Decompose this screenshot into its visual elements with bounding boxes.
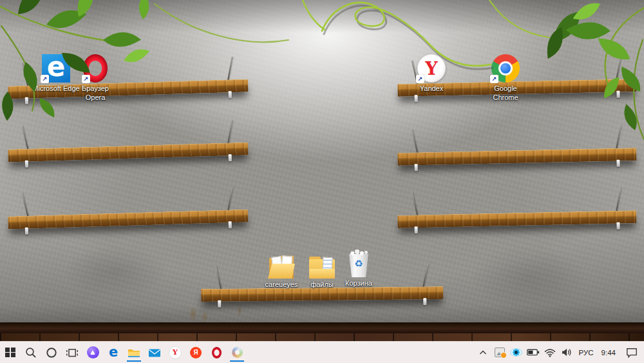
shortcut-arrow-icon: ↗ (490, 75, 498, 83)
opera-ring-icon (212, 347, 222, 358)
shelf-bracket (25, 97, 28, 104)
shelf-plank (397, 210, 636, 228)
system-tray: РУС 9:44 (477, 342, 644, 363)
notification-dot-icon (500, 352, 507, 358)
shelf-wire (227, 187, 233, 211)
desktop-icon-opera[interactable]: ↗ Браузер Opera (71, 52, 119, 103)
alisa-assistant-button[interactable] (82, 342, 103, 363)
shelf-wire (21, 126, 28, 149)
desktop-icon-yandex[interactable]: Y ↗ Yandex (408, 52, 455, 93)
shelf-plank (8, 209, 248, 229)
shelf-wire (21, 63, 28, 86)
shelf-bottom-left (7, 184, 249, 235)
action-center-button[interactable] (625, 342, 638, 363)
search-button[interactable] (21, 342, 41, 363)
shortcut-arrow-icon: ↗ (41, 75, 49, 83)
desktop-icon-label: Корзина (335, 279, 383, 288)
shelf-wire (616, 188, 621, 211)
google-chrome-icon: ↗ (491, 54, 520, 83)
search-icon (25, 347, 37, 358)
shelf-wire (21, 193, 28, 216)
eye-icon (510, 348, 522, 357)
opera-taskbar-button[interactable] (206, 342, 227, 363)
colorful-swirl-icon (231, 346, 244, 359)
yandex-letter: Y (425, 60, 437, 77)
shelf-wire (616, 56, 621, 80)
shelf-bracket (414, 226, 417, 233)
mail-button[interactable] (144, 342, 165, 363)
yandex-ya-icon: Я (190, 347, 202, 358)
battery-indicator[interactable] (527, 342, 540, 363)
shelf-wire (227, 57, 233, 81)
wifi-indicator[interactable] (544, 342, 556, 363)
yandex-app-button[interactable]: Я (185, 342, 206, 363)
tray-app-notification-button[interactable] (493, 342, 506, 363)
shelf-bracket (229, 221, 232, 228)
cortana-button[interactable] (41, 342, 62, 363)
windows-logo-icon (5, 348, 15, 358)
shelf-plank (397, 148, 636, 166)
colorful-app-button[interactable] (227, 342, 247, 363)
shelf-middle-left (7, 117, 249, 168)
language-indicator[interactable]: РУС (577, 349, 596, 357)
task-view-icon (66, 347, 79, 358)
desktop-icon-label: Браузер Opera (71, 84, 119, 103)
tray-app-icon (495, 348, 505, 357)
careueyes-tray-button[interactable] (510, 342, 523, 363)
edge-e-icon: e (109, 346, 118, 359)
shelf-wire (616, 125, 621, 149)
volume-indicator[interactable] (560, 342, 573, 363)
shelf-bracket (616, 160, 620, 167)
file-explorer-button[interactable] (124, 342, 144, 363)
floor-baseboard (0, 322, 644, 333)
shelf-bracket (414, 95, 417, 102)
desktop-icon-label: Google Chrome (482, 84, 529, 103)
shelf-bracket (229, 154, 232, 161)
shelf-middle-right (397, 123, 636, 172)
shelf-bracket (616, 91, 620, 98)
clock[interactable]: 9:44 (600, 349, 618, 357)
shelf-wire (412, 192, 418, 215)
shortcut-arrow-icon: ↗ (416, 75, 424, 83)
shelf-bracket (25, 228, 28, 235)
desktop-icon-google-chrome[interactable]: ↗ Google Chrome (482, 52, 529, 103)
shelf-bracket (229, 91, 232, 98)
cortana-circle-icon (46, 347, 57, 358)
file-explorer-folder-icon (128, 348, 140, 358)
microsoft-edge-icon: e ↗ (42, 54, 70, 83)
shelf-bracket (218, 300, 221, 308)
chevron-up-icon (479, 349, 487, 356)
recycle-symbol: ♻ (348, 259, 370, 268)
recycle-bin-icon: ♻ (348, 250, 370, 277)
open-folder-icon (268, 255, 295, 279)
speaker-icon (562, 348, 572, 357)
shortcut-arrow-icon: ↗ (82, 75, 90, 83)
shelf-bottom-right (397, 186, 636, 235)
shelf-wire (215, 266, 222, 289)
taskbar: e Y Я (0, 341, 644, 363)
shelf-plank (8, 142, 248, 162)
shelf-wire (412, 130, 418, 153)
mail-envelope-icon (148, 348, 161, 358)
shelf-bracket (616, 222, 620, 230)
shelf-bracket (414, 164, 417, 171)
desktop-icon-recycle-bin[interactable]: ♻ Корзина (335, 246, 383, 288)
shelf-wire (422, 264, 428, 288)
yandex-browser-icon: Y ↗ (417, 54, 446, 83)
desktop-icon-label: Yandex (408, 84, 455, 93)
yandex-browser-taskbar-button[interactable]: Y (165, 342, 185, 363)
folder-icon (309, 257, 335, 279)
shelf-bracket (25, 161, 28, 168)
start-button[interactable] (0, 342, 21, 363)
action-center-bubble-icon (626, 348, 638, 358)
desktop-screen: e ↗ Microsoft Edge ↗ Браузер Opera Y ↗ Y… (0, 0, 644, 363)
wifi-icon (544, 348, 556, 357)
hidden-icons-button[interactable] (477, 342, 489, 363)
shelf-bracket (423, 298, 426, 305)
edge-letter: e (47, 55, 66, 79)
task-view-button[interactable] (62, 342, 82, 363)
opera-icon: ↗ (83, 54, 108, 83)
shelf-wire (227, 120, 233, 144)
edge-taskbar-button[interactable]: e (103, 342, 124, 363)
yandex-y-icon: Y (169, 346, 182, 359)
